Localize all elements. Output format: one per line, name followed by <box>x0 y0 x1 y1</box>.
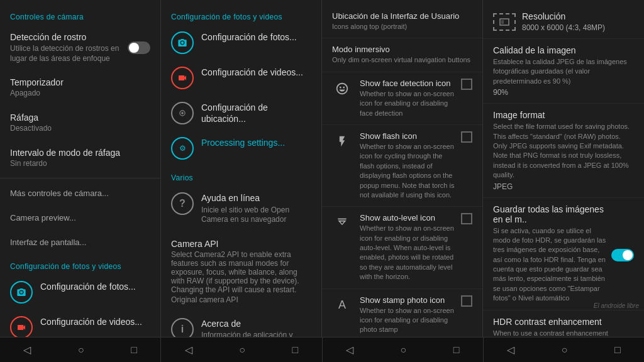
image-quality-item[interactable]: Calidad de la imagen Establece la calida… <box>483 39 644 104</box>
recents-btn-3[interactable]: □ <box>446 342 467 358</box>
image-quality-value: 90% <box>493 88 634 97</box>
hdr-contrast-title: HDR contrast enhancement <box>493 317 634 327</box>
panel2-location-title: Configuración de ubicación... <box>201 102 311 124</box>
flash-icon <box>332 131 352 151</box>
autolevel-icon <box>332 213 352 233</box>
hdr-contrast-item[interactable]: HDR contrast enhancement When to use a c… <box>483 310 644 337</box>
panel2-misc-header: Varios <box>161 166 321 186</box>
immersive-mode-item[interactable]: Modo inmersivo Only dim on-screen virtua… <box>322 38 482 72</box>
recents-btn-4[interactable]: □ <box>607 342 628 358</box>
more-controls-title: Más controles de cámara... <box>10 189 150 198</box>
back-btn-3[interactable]: ◁ <box>338 341 361 358</box>
panel-photo-quality: Resolución 8000 x 6000 (4:3, 48MP) Calid… <box>483 0 644 337</box>
flash-icon-desc: Whether to show an on-screen icon for cy… <box>360 142 456 200</box>
panel2-location-settings[interactable]: Configuración de ubicación... <box>161 96 321 131</box>
image-format-item[interactable]: Image format Select the file format used… <box>483 104 644 197</box>
panel-settings: Configuración de fotos y videos Configur… <box>161 0 322 337</box>
bottom-nav-3: ◁ ○ □ <box>323 337 484 362</box>
autolevel-title: Show auto-level icon <box>360 213 456 222</box>
processing-icon: ⚙ <box>171 137 194 160</box>
online-help-item[interactable]: ? Ayuda en línea Inicie el sitio web de … <box>161 186 321 231</box>
autolevel-desc: Whether to show an on-screen icon for en… <box>360 224 456 282</box>
camera-api-desc: Select Camera2 API to enable extra featu… <box>171 250 311 294</box>
processing-settings-item[interactable]: ⚙ Processing settings... <box>161 131 321 166</box>
about-title: Acerca de <box>201 318 311 329</box>
online-help-subtitle: Inicie el sitio web de Open Camera en su… <box>201 206 311 225</box>
save-all-item[interactable]: Guardar todas las imágenes en el m.. Si … <box>483 198 644 310</box>
recents-btn-1[interactable]: □ <box>123 342 145 358</box>
autolevel-icon-item[interactable]: Show auto-level icon Whether to show an … <box>322 207 482 288</box>
flash-icon-title: Show flash icon <box>360 131 456 141</box>
svg-rect-10 <box>501 20 504 24</box>
photo-config-item[interactable]: Configuración de fotos... <box>0 275 160 310</box>
home-btn-2[interactable]: ○ <box>231 342 253 358</box>
panel2-video-settings[interactable]: Configuración de videos... <box>161 60 321 96</box>
resolution-title: Resolución <box>522 11 605 21</box>
flash-icon-checkbox[interactable] <box>461 131 472 143</box>
timer-subtitle: Apagado <box>10 89 150 97</box>
image-format-title: Image format <box>493 110 634 120</box>
burst-interval-title: Intervalo de modo de ráfaga <box>10 148 150 158</box>
camera-preview-title: Camera preview... <box>10 213 150 222</box>
image-format-value: JPEG <box>493 182 634 191</box>
bottom-nav-2: ◁ ○ □ <box>161 337 322 362</box>
resolution-value: 8000 x 6000 (4:3, 48MP) <box>522 23 605 32</box>
save-all-desc: Si se activa, cuando se utilice el modo … <box>493 226 606 304</box>
ui-location-title: Ubicación de la Interfaz de Usuario <box>332 11 472 21</box>
burst-interval-item[interactable]: Intervalo de modo de ráfaga Sin retardo <box>0 140 160 175</box>
panel2-photos-header: Configuración de fotos y videos <box>161 5 321 25</box>
immersive-mode-title: Modo inmersivo <box>332 45 472 54</box>
about-icon: i <box>171 318 194 337</box>
panel-display-options: Ubicación de la Interfaz de Usuario Icon… <box>322 0 483 337</box>
image-quality-title: Calidad de la imagen <box>493 45 634 55</box>
stamp-icon-title: Show stamp photo icon <box>360 295 456 305</box>
burst-item[interactable]: Ráfaga Desactivado <box>0 105 160 140</box>
back-btn-4[interactable]: ◁ <box>499 341 522 358</box>
face-icon-item[interactable]: Show face detection icon Whether to show… <box>322 72 482 125</box>
timer-title: Temporizador <box>10 77 150 87</box>
stamp-icon-checkbox[interactable] <box>461 295 472 307</box>
camera-preview-item[interactable]: Camera preview... <box>0 206 160 230</box>
save-all-toggle[interactable] <box>611 249 634 261</box>
processing-title: Processing settings... <box>201 137 311 148</box>
timer-item[interactable]: Temporizador Apagado <box>0 70 160 105</box>
burst-title: Ráfaga <box>10 112 150 123</box>
panel2-photo-settings[interactable]: Configuración de fotos... <box>161 25 321 60</box>
panel2-location-icon <box>171 102 194 124</box>
help-icon: ? <box>171 192 194 215</box>
home-btn-3[interactable]: ○ <box>392 342 414 358</box>
back-btn-1[interactable]: ◁ <box>16 341 38 358</box>
camera-api-title: Camera API <box>171 239 311 249</box>
resolution-item[interactable]: Resolución 8000 x 6000 (4:3, 48MP) <box>483 5 644 39</box>
photos-videos-header: Configuración de fotos y videos <box>0 255 160 275</box>
online-help-title: Ayuda en línea <box>201 192 311 204</box>
stamp-icon-desc: Whether to show an on-screen icon for en… <box>360 306 456 335</box>
ui-location-desc: Icons along top (portrait) <box>332 22 472 31</box>
image-quality-desc: Establece la calidad JPEG de las imágene… <box>493 57 634 86</box>
panel2-video-title: Configuración de videos... <box>201 67 311 78</box>
stamp-icon: A <box>332 295 352 315</box>
ui-location-item[interactable]: Ubicación de la Interfaz de Usuario Icon… <box>322 5 482 38</box>
about-item[interactable]: i Acerca de Información de aplicación y … <box>161 312 321 337</box>
recents-btn-2[interactable]: □ <box>284 342 306 358</box>
face-detection-subtitle: Utilice la detección de rostros en lugar… <box>10 44 123 63</box>
camera-api-item[interactable]: Camera API Select Camera2 API to enable … <box>161 231 321 312</box>
stamp-icon-item[interactable]: A Show stamp photo icon Whether to show … <box>322 289 482 337</box>
panel2-video-icon <box>171 67 194 89</box>
home-btn-4[interactable]: ○ <box>554 342 575 358</box>
face-icon-checkbox[interactable] <box>461 79 472 90</box>
flash-icon-item[interactable]: Show flash icon Whether to show an on-sc… <box>322 125 482 207</box>
burst-subtitle: Desactivado <box>10 124 150 133</box>
photo-config-title: Configuración de fotos... <box>40 281 150 292</box>
screen-interval-item[interactable]: Interfaz de pantalla... <box>0 230 160 255</box>
home-btn-1[interactable]: ○ <box>70 342 92 358</box>
back-btn-2[interactable]: ◁ <box>177 341 200 358</box>
screen-interval-title: Interfaz de pantalla... <box>10 238 150 247</box>
face-detection-toggle[interactable] <box>128 41 150 54</box>
panel2-camera-icon <box>171 31 194 54</box>
autolevel-checkbox[interactable] <box>461 213 472 224</box>
face-detection-item[interactable]: Detección de rostro Utilice la detección… <box>0 25 160 70</box>
bottom-nav-bar: ◁ ○ □ ◁ ○ □ ◁ ○ □ ◁ ○ □ <box>0 337 644 362</box>
more-controls-item[interactable]: Más controles de cámara... <box>0 181 160 206</box>
video-config-item[interactable]: Configuración de videos... <box>0 310 160 337</box>
